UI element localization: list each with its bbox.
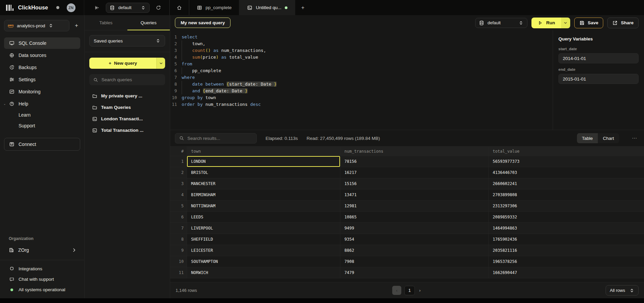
tab-pp-complete[interactable]: pp_complete [189,0,239,15]
search-queries-input[interactable]: Search queries [89,74,165,85]
table-cell[interactable]: 2313297306 [489,201,644,212]
saved-queries-select[interactable]: Saved queries [89,35,165,47]
new-query-caret[interactable] [156,58,165,69]
table-cell[interactable]: 56593977373 [489,156,644,167]
table-cell[interactable]: LONDON [187,156,340,167]
table-cell[interactable]: NOTTINGHAM [187,201,340,212]
column-header-total_value[interactable]: total_value [489,147,644,156]
table-cell[interactable]: 2660602241 [489,178,644,189]
table-cell[interactable]: 9354 [340,234,489,245]
table-cell[interactable]: 10865 [340,212,489,223]
topbar-database-select[interactable]: default [106,3,150,13]
start-date-input[interactable]: 2014-01-01 [558,53,639,63]
page-size-select[interactable]: All rows [606,285,639,296]
sidebar-item-learn[interactable]: Learn [4,110,80,120]
table-cell[interactable]: 12981 [340,201,489,212]
column-header-num_transactions[interactable]: num_transactions [340,147,489,156]
table-cell[interactable]: SHEFFIELD [187,234,340,245]
sidebar-footer-all-systems-operational[interactable]: All systems operational [4,284,80,295]
organization-row[interactable]: ZOrg [4,244,80,256]
sidebar-item-help[interactable]: ⌄Help [4,98,80,110]
page-number-input[interactable]: 1 [404,286,415,295]
column-header-town[interactable]: town [187,147,340,156]
tab-tables[interactable]: Tables [85,15,127,30]
table-cell[interactable]: LIVERPOOL [187,223,340,234]
editor-database-select[interactable]: default [475,18,527,28]
prev-page-button[interactable]: ‹ [392,286,401,295]
saved-query-item[interactable]: London Transacti... [89,114,165,124]
table-cell[interactable]: 1662690447 [489,267,644,278]
share-button[interactable]: Share [607,18,639,28]
end-date-input[interactable]: 2015-01-01 [558,74,639,84]
sidebar-item-monitoring[interactable]: Monitoring [4,86,80,97]
table-cell[interactable]: 16217 [340,167,489,178]
table-cell[interactable]: 2035821116 [489,245,644,256]
sidebar-item-settings[interactable]: Settings [4,74,80,85]
results-more-button[interactable]: ⋯ [628,135,639,141]
saved-query-item[interactable]: Total Transaction ... [89,125,165,135]
tab-queries[interactable]: Queries [127,15,170,30]
table-cell[interactable]: 13471 [340,189,489,201]
user-avatar[interactable]: ZN [67,3,75,12]
sidebar-footer-chat-with-support[interactable]: Chat with support [4,274,80,284]
code-content: count() as num_transactions, [182,47,266,54]
table-cell[interactable]: BIRMINGHAM [187,189,340,201]
connect-button[interactable]: Connect [4,138,80,151]
table-cell[interactable]: 15156 [340,178,489,189]
run-options-caret[interactable] [561,18,570,28]
saved-query-tab[interactable]: My new saved query [175,18,231,28]
sidebar-footer-integrations[interactable]: Integrations [4,264,80,274]
row-number[interactable]: 11 [170,267,187,278]
add-service-button[interactable]: + [73,22,80,29]
collapse-sidebar-icon[interactable] [93,4,101,12]
table-cell[interactable]: LEICESTER [187,245,340,256]
tab-untitled-query[interactable]: Untitled qu... [239,0,295,15]
table-cell[interactable]: 8862 [340,245,489,256]
tab-home[interactable] [170,0,189,15]
view-table-button[interactable]: Table [577,133,598,143]
table-cell[interactable]: LEEDS [187,212,340,223]
table-cell[interactable]: 4136446703 [489,167,644,178]
row-number[interactable]: 4 [170,189,187,201]
code-line: 5from [170,61,553,67]
table-cell[interactable]: 78156 [340,156,489,167]
table-cell[interactable]: SOUTHAMPTON [187,256,340,267]
row-number[interactable]: 8 [170,234,187,245]
table-cell[interactable]: 7479 [340,267,489,278]
row-number[interactable]: 2 [170,167,187,178]
sidebar-item-sql-console[interactable]: SQL Console [4,37,80,49]
table-cell[interactable]: 1765902436 [489,234,644,245]
table-cell[interactable]: 7908 [340,256,489,267]
saved-query-item[interactable]: My private query ... [89,91,165,101]
row-number[interactable]: 9 [170,245,187,256]
refresh-icon[interactable] [154,4,162,12]
new-tab-button[interactable]: + [295,0,310,15]
next-page-button[interactable]: › [418,288,422,293]
table-cell[interactable]: 1965378256 [489,256,644,267]
new-query-button[interactable]: + New query [89,58,165,69]
service-select[interactable]: aws analytics-prod [4,20,69,31]
table-cell[interactable]: BRISTOL [187,167,340,178]
sql-editor[interactable]: 1select2town,3count() as num_transaction… [170,30,553,130]
table-cell[interactable]: MANCHESTER [187,178,340,189]
sidebar-item-backups[interactable]: Backups [4,62,80,73]
table-cell[interactable]: 9499 [340,223,489,234]
view-chart-button[interactable]: Chart [598,133,619,143]
run-button[interactable]: Run [531,18,570,28]
row-number[interactable]: 3 [170,178,187,189]
save-button[interactable]: Save [574,18,604,28]
table-cell[interactable]: NORWICH [187,267,340,278]
column-header-index[interactable]: # [170,147,187,156]
sidebar-item-support[interactable]: Support [4,120,80,131]
sidebar-item-data-sources[interactable]: Data sources [4,50,80,61]
row-number[interactable]: 5 [170,201,187,212]
row-number[interactable]: 1 [170,156,187,167]
row-number[interactable]: 7 [170,223,187,234]
table-cell[interactable]: 2703899808 [489,189,644,201]
table-cell[interactable]: 2089859332 [489,212,644,223]
row-number[interactable]: 10 [170,256,187,267]
search-results-input[interactable]: Search results... [175,133,257,144]
table-cell[interactable]: 1464994863 [489,223,644,234]
saved-query-item[interactable]: Team Queries [89,102,165,113]
row-number[interactable]: 6 [170,212,187,223]
